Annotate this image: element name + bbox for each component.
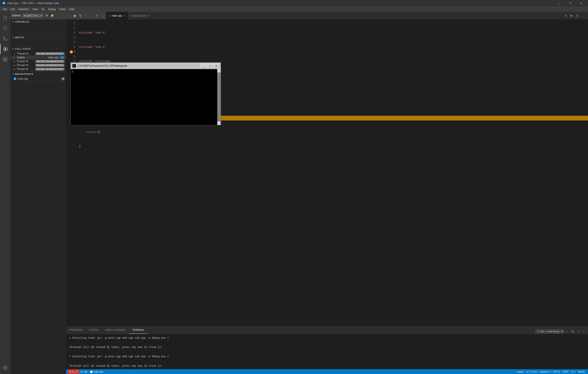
status-errors[interactable]: ⊗ 0 △ 0 xyxy=(68,369,79,374)
debug-step-into-button[interactable]: ↓ xyxy=(89,13,94,18)
close-button[interactable]: ✕ xyxy=(576,0,586,6)
tab-problems[interactable]: PROBLEMS xyxy=(66,326,86,334)
breakpoints-section: ▼ BREAKPOINTS main.cpp 7 xyxy=(10,72,66,81)
tab-main-cpp-close[interactable]: × xyxy=(123,14,125,17)
call-stack-frame-main[interactable]: main() main.cpp 7:1 xyxy=(10,55,66,59)
svg-rect-9 xyxy=(5,60,7,61)
tab-output[interactable]: OUTPUT xyxy=(86,326,102,334)
maximize-panel-button[interactable]: ∧ xyxy=(576,329,581,334)
layout-button[interactable]: ⊞ xyxy=(575,13,580,18)
console-close-button[interactable]: ✕ xyxy=(213,64,219,68)
watch-section: ▼ WATCH xyxy=(10,35,66,46)
minimize-button[interactable]: — xyxy=(555,0,564,6)
activity-source-control[interactable] xyxy=(0,33,10,44)
status-platform[interactable]: Win32 xyxy=(577,369,586,374)
debug-continue-button[interactable]: ▶ xyxy=(73,13,78,18)
code-line-2: #include "sub.h" xyxy=(77,45,588,49)
split-editor-button[interactable]: ⧉ xyxy=(563,13,568,18)
debug-stop-button[interactable]: ⬛ xyxy=(100,13,105,18)
menu-edit[interactable]: Edit xyxy=(9,6,17,12)
breakpoint-checkbox[interactable] xyxy=(14,77,16,80)
menu-tasks[interactable]: Tasks xyxy=(58,6,68,12)
call-stack-header[interactable]: ▼ CALL STACK xyxy=(10,46,66,51)
tab-debug-console[interactable]: DEBUG CONSOLE xyxy=(102,326,129,334)
menu-selection[interactable]: Selection xyxy=(17,6,31,12)
debug-session-selector[interactable]: ▶ (gdb) Laun... ▾ xyxy=(22,14,43,17)
function-label: main() xyxy=(517,370,524,373)
status-function[interactable]: main() xyxy=(515,369,525,374)
title-bar: main.cpp — VSC-CPP — Visual Studio Code … xyxy=(0,0,588,6)
tab-launch-json[interactable]: {} launch.json × xyxy=(128,12,152,19)
more-actions-button[interactable]: … xyxy=(581,13,586,18)
activity-debug[interactable] xyxy=(0,44,10,54)
tab-launch-json-close[interactable]: × xyxy=(148,14,149,17)
activity-search[interactable] xyxy=(0,23,10,33)
status-language[interactable]: C++ xyxy=(570,369,577,374)
terminal-content[interactable]: > Executing task: g++ -g main.cpp add.cp… xyxy=(66,334,588,369)
breakpoints-content: main.cpp 7 xyxy=(10,77,66,81)
scrollbar-down[interactable]: ▼ xyxy=(217,121,221,125)
activity-bar xyxy=(0,12,10,374)
menu-help[interactable]: Help xyxy=(67,6,76,12)
line-num-6: 6 xyxy=(68,45,77,49)
status-cpp-filter[interactable]: ⚙ cpp xyxy=(79,369,89,374)
thread-3[interactable]: ▶ Thread #3 PAUSED ON BREAKPOINT xyxy=(10,63,66,67)
thread-2[interactable]: ▶ Thread #2 PAUSED ON BREAKPOINT xyxy=(10,59,66,63)
activity-settings[interactable] xyxy=(0,363,10,373)
terminal-session-selector[interactable]: 2: Task - build-debug xyxy=(535,329,564,333)
menu-go[interactable]: Go xyxy=(40,6,46,12)
close-panel-button[interactable]: × xyxy=(582,329,586,334)
debug-notification-button[interactable]: 🔔 xyxy=(50,13,55,18)
call-stack-arrow: ▼ xyxy=(12,48,14,50)
menu-debug[interactable]: Debug xyxy=(46,6,57,12)
watch-header[interactable]: ▼ WATCH xyxy=(10,35,66,40)
status-position[interactable]: Ln 7, Col 1 xyxy=(525,369,539,374)
debug-window-titlebar: C c:\CODE\TryFeatures\VSC-CPP\debug.exe … xyxy=(71,63,221,69)
status-line-ending[interactable]: CRLF xyxy=(561,369,570,374)
debug-step-over-button[interactable]: ↻ xyxy=(78,13,83,18)
new-terminal-button[interactable]: + xyxy=(565,329,569,334)
debug-tasks-icon[interactable]: ⋮⋮ xyxy=(67,13,72,18)
call-stack-content: ▼ Thread #1 PAUSED ON BREAKPOINT main() … xyxy=(10,51,66,71)
code-editor[interactable]: 1 2 3 4 5 6 ⬤ 7 8 9 #include "add.h" #in… xyxy=(66,19,588,326)
activity-explorer[interactable] xyxy=(0,13,10,23)
console-scrollbar[interactable]: ▲ ▼ xyxy=(217,69,221,125)
console-maximize-button[interactable]: □ xyxy=(207,64,212,68)
debug-window-title-text: c:\CODE\TryFeatures\VSC-CPP\debug.exe xyxy=(78,64,200,67)
breakpoint-main-cpp[interactable]: main.cpp 7 xyxy=(10,77,66,81)
variables-header[interactable]: ▼ VARIABLES xyxy=(10,19,66,24)
tab-terminal[interactable]: TERMINAL xyxy=(129,326,147,334)
bottom-panel: PROBLEMS OUTPUT DEBUG CONSOLE TERMINAL 2… xyxy=(66,326,588,369)
scrollbar-up[interactable]: ▲ xyxy=(217,69,221,73)
warning-icon: △ xyxy=(74,370,76,373)
thread-1-name: Thread #1 xyxy=(17,52,34,55)
maximize-button[interactable]: ❐ xyxy=(565,0,575,6)
toggle-panel-button[interactable]: ▶ xyxy=(569,13,574,18)
status-encoding[interactable]: UTF-8 xyxy=(552,369,561,374)
menu-view[interactable]: View xyxy=(31,6,40,12)
breakpoints-header[interactable]: ▼ BREAKPOINTS xyxy=(10,72,66,77)
menu-file[interactable]: File xyxy=(1,6,9,12)
app-icon xyxy=(2,1,6,5)
code-line-8: return 0; xyxy=(77,130,588,135)
debug-console-window[interactable]: C c:\CODE\TryFeatures\VSC-CPP\debug.exe … xyxy=(71,62,221,125)
console-output-text: 3 xyxy=(72,70,220,73)
activity-extensions[interactable] xyxy=(0,54,10,65)
debug-settings-button[interactable]: ⚙ xyxy=(44,13,49,18)
line-ending-label: CRLF xyxy=(562,370,569,373)
line-num-8: 8 xyxy=(68,54,77,59)
spaces-label: Spaces: 4 xyxy=(540,370,551,373)
tab-json-icon: {} xyxy=(130,14,132,17)
console-minimize-button[interactable]: _ xyxy=(200,64,206,68)
debug-split-button[interactable]: ⋮ xyxy=(84,13,88,18)
tab-main-cpp[interactable]: C main.cpp × xyxy=(106,12,128,19)
thread-1[interactable]: ▼ Thread #1 PAUSED ON BREAKPOINT xyxy=(10,52,66,55)
kill-terminal-button[interactable]: 🗑 xyxy=(570,329,575,334)
debug-restart-button[interactable]: ↺ xyxy=(94,13,99,18)
console-window-icon: C xyxy=(73,64,76,67)
status-spaces[interactable]: Spaces: 4 xyxy=(539,369,552,374)
status-branch[interactable]: ⬤ main.cpp xyxy=(89,369,105,374)
menu-bar: File Edit Selection View Go Debug Tasks … xyxy=(0,6,588,12)
svg-rect-6 xyxy=(3,57,5,59)
thread-4[interactable]: ▶ Thread #4 PAUSED ON BREAKPOINT xyxy=(10,67,66,71)
